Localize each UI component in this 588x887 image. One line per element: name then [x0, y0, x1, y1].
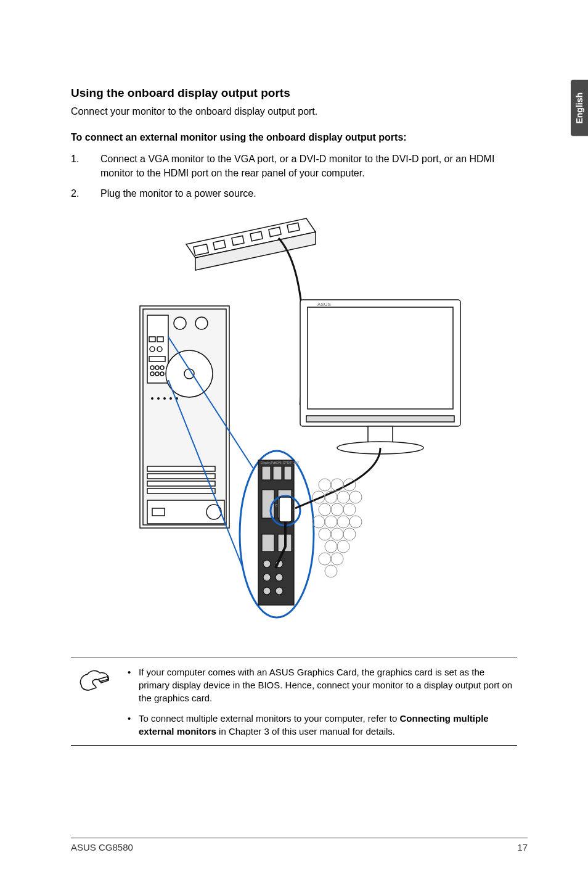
connection-diagram: ASUS — [121, 213, 467, 621]
svg-rect-20 — [157, 337, 163, 342]
svg-point-26 — [160, 366, 164, 369]
svg-point-30 — [151, 397, 153, 400]
bullet-icon: • — [128, 712, 139, 738]
svg-point-79 — [337, 516, 349, 528]
svg-rect-57 — [262, 534, 274, 551]
step-text: Connect a VGA monitor to the VGA port, o… — [100, 152, 517, 180]
list-item: 1. Connect a VGA monitor to the VGA port… — [71, 152, 517, 180]
svg-point-64 — [276, 587, 283, 595]
svg-rect-43 — [152, 508, 165, 516]
svg-rect-10 — [306, 416, 454, 422]
svg-point-17 — [195, 317, 208, 329]
svg-text:HDMI: HDMI — [274, 461, 282, 464]
step-number: 2. — [71, 186, 100, 200]
svg-rect-49 — [273, 466, 282, 480]
svg-point-21 — [150, 347, 155, 352]
page-footer: ASUS CG8580 17 — [71, 838, 528, 852]
bullet-icon: • — [128, 666, 139, 704]
note-text: To connect multiple external monitors to… — [139, 712, 517, 738]
svg-rect-40 — [147, 489, 215, 493]
svg-point-86 — [331, 553, 343, 565]
svg-point-32 — [163, 397, 166, 400]
svg-point-82 — [331, 528, 343, 540]
svg-point-72 — [337, 491, 349, 503]
note-text-pre: To connect multiple external monitors to… — [139, 713, 400, 724]
intro-text: Connect your monitor to the onboard disp… — [71, 106, 517, 117]
svg-point-24 — [150, 366, 154, 369]
svg-rect-23 — [149, 357, 165, 361]
note-list: • If your computer comes with an ASUS Gr… — [128, 666, 517, 738]
svg-rect-19 — [149, 337, 155, 342]
note-text: If your computer comes with an ASUS Grap… — [139, 666, 517, 704]
svg-point-33 — [169, 397, 172, 400]
svg-point-78 — [325, 516, 337, 528]
svg-point-29 — [160, 372, 164, 376]
svg-point-59 — [263, 560, 271, 567]
list-item: • If your computer comes with an ASUS Gr… — [128, 666, 517, 704]
svg-point-61 — [263, 574, 271, 581]
svg-point-76 — [343, 503, 356, 516]
page-content: Using the onboard display output ports C… — [0, 0, 588, 746]
procedure-list: 1. Connect a VGA monitor to the VGA port… — [71, 152, 517, 201]
svg-rect-47 — [258, 460, 294, 605]
svg-point-67 — [319, 479, 331, 491]
svg-point-85 — [337, 540, 349, 553]
svg-text:SPDIF OUT: SPDIF OUT — [283, 461, 300, 464]
svg-point-84 — [325, 540, 337, 553]
svg-point-22 — [157, 347, 162, 352]
svg-point-74 — [319, 503, 331, 516]
svg-text:ASUS: ASUS — [317, 302, 331, 307]
svg-point-88 — [325, 565, 337, 577]
note-text-post: in Chapter 3 of this user manual for det… — [216, 726, 395, 736]
footer-product: ASUS CG8580 — [71, 842, 133, 852]
svg-rect-66 — [279, 497, 292, 522]
svg-point-16 — [174, 317, 186, 329]
note-box: • If your computer comes with an ASUS Gr… — [71, 658, 517, 746]
svg-point-27 — [150, 372, 154, 376]
list-item: 2. Plug the monitor to a power source. — [71, 186, 517, 200]
svg-point-75 — [331, 503, 343, 516]
note-hand-icon — [71, 666, 119, 738]
svg-point-31 — [157, 397, 160, 400]
svg-point-83 — [343, 528, 356, 540]
svg-point-87 — [319, 553, 331, 565]
svg-rect-39 — [147, 481, 215, 486]
step-number: 1. — [71, 152, 100, 180]
section-heading: Using the onboard display output ports — [71, 86, 517, 100]
svg-rect-37 — [147, 466, 215, 471]
svg-point-81 — [319, 528, 331, 540]
language-tab: English — [571, 80, 588, 136]
step-text: Plug the monitor to a power source. — [100, 186, 256, 200]
svg-point-63 — [263, 587, 271, 595]
svg-point-62 — [276, 574, 283, 581]
svg-rect-38 — [147, 474, 215, 479]
svg-rect-9 — [308, 307, 453, 409]
svg-point-80 — [349, 516, 362, 528]
svg-point-73 — [349, 491, 362, 503]
svg-rect-48 — [262, 466, 271, 480]
svg-rect-50 — [284, 466, 292, 480]
svg-point-77 — [312, 516, 325, 528]
list-item: • To connect multiple external monitors … — [128, 712, 517, 738]
procedure-heading: To connect an external monitor using the… — [71, 132, 517, 143]
svg-point-25 — [155, 366, 159, 369]
svg-point-28 — [155, 372, 159, 376]
footer-page-number: 17 — [517, 842, 528, 852]
